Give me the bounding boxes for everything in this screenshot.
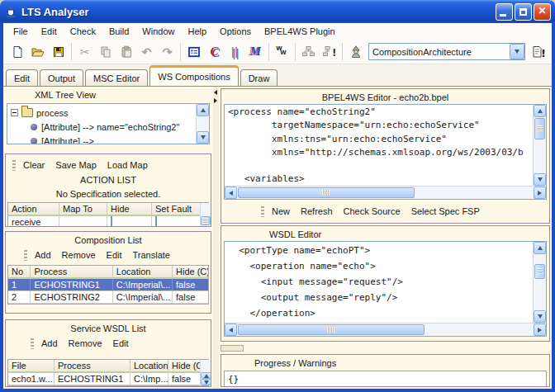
edit-button[interactable]: Edit [107,250,122,260]
scrollbar-thumb[interactable] [238,187,415,198]
scrollbar-thumb[interactable] [534,264,545,279]
column-header-set-fault[interactable]: Set Fault [152,203,200,216]
progress-output-field[interactable]: {} [224,371,547,387]
scroll-down-button[interactable] [534,310,546,323]
toolbar-drag-handle[interactable] [31,338,34,349]
menu-build[interactable]: Build [102,25,135,38]
collapse-icon[interactable] [11,109,18,116]
scrollbar-thumb[interactable] [534,118,545,139]
compose-button[interactable]: || [225,42,245,62]
redo-button[interactable]: ↷ [157,42,178,62]
load-map-button[interactable]: Load Map [107,160,148,170]
new-button[interactable]: New [272,206,290,216]
tree-node-attribute-partial[interactable]: [Attribute] --> ... [11,134,196,144]
undo-button[interactable]: ↶ [136,42,157,62]
remove-button[interactable]: Remove [62,250,96,260]
tab-edit[interactable]: Edit [6,69,38,86]
column-header-action[interactable]: Action [8,203,59,216]
scroll-left-button[interactable] [225,324,237,336]
composition-row-selected[interactable]: 1 ECHOSTRING1 C:\Imperial\... false [8,279,208,291]
scroll-down-button[interactable] [201,379,211,385]
collapse-left-icon[interactable] [214,90,217,95]
toolbar-drag-handle[interactable] [24,250,27,261]
menu-check[interactable]: Check [64,25,102,38]
service-wsdl-scrollbar[interactable] [200,360,211,385]
minimize-lts-button[interactable]: M [245,42,266,62]
scroll-up-button[interactable] [197,104,209,116]
tab-ws-compositions[interactable]: WS Compositions [149,65,238,86]
column-header-location[interactable]: Location [130,360,168,373]
tree-node-process[interactable]: process [11,106,196,120]
scroll-down-button[interactable] [197,131,209,144]
bpel-horizontal-scrollbar[interactable] [225,186,546,199]
minimize-button[interactable] [496,3,513,21]
bpel-vertical-scrollbar[interactable] [533,105,546,186]
scrollbar-thumb[interactable] [201,216,211,225]
menu-file[interactable]: File [7,25,35,38]
scroll-left-button[interactable] [225,187,237,199]
set-fault-cell[interactable] [152,216,200,227]
column-header-location[interactable]: Location [113,266,173,279]
wizard-button[interactable] [345,42,366,62]
edit-button[interactable]: Edit [113,338,129,348]
copy-button[interactable] [95,42,116,62]
wsdl-horizontal-scrollbar[interactable] [225,323,546,336]
menu-options[interactable]: Options [213,25,258,38]
new-file-button[interactable] [7,42,27,62]
bpel-code-area[interactable]: <process name="echoString2" targetNamesp… [225,105,533,186]
menu-bpel4ws-plugin[interactable]: BPEL4WS Plugin [258,25,342,38]
menu-edit[interactable]: Edit [35,25,64,38]
hide-cell[interactable] [107,216,152,227]
tab-msc-editor[interactable]: MSC Editor [85,69,148,86]
vertical-splitter[interactable] [213,87,219,389]
translate-button[interactable]: Translate [133,250,170,260]
column-header-map-to[interactable]: Map To [59,203,107,216]
menu-window[interactable]: Window [135,25,181,38]
clear-button[interactable]: Clear [23,160,45,170]
spec-form-button[interactable] [183,42,204,62]
column-header-hide[interactable]: Hide [107,203,152,216]
tab-output[interactable]: Output [40,69,83,86]
column-header-file[interactable]: File [8,360,55,373]
open-file-button[interactable] [27,42,48,62]
action-table-row[interactable]: receive [8,216,200,227]
paste-button[interactable] [116,42,136,62]
add-button[interactable]: Add [41,338,58,348]
cut-button[interactable]: ✂ [74,42,95,62]
run-structure-button[interactable]: ! [319,42,339,62]
remove-button[interactable]: Remove [69,338,102,348]
scroll-down-button[interactable] [534,173,546,186]
column-header-process[interactable]: Process [31,266,112,279]
scroll-right-button[interactable] [534,187,546,199]
add-button[interactable]: Add [35,250,51,260]
parse-button[interactable]: ! [528,42,548,62]
close-button[interactable]: ✕ [534,3,551,21]
hide-checkbox[interactable] [111,216,112,227]
toolbar-drag-handle[interactable] [261,206,264,217]
column-header-hide-c[interactable]: Hide (C) [173,266,208,279]
draw-structure-button[interactable] [298,42,319,62]
scrollbar-thumb[interactable] [238,324,425,335]
set-fault-checkbox[interactable] [155,216,157,227]
service-wsdl-row[interactable]: echo1.w... ECHOSTRING1 C:\Imp... false [8,373,200,385]
tree-node-attribute-name[interactable]: [Attribute] --> name="echoString2" [11,120,196,134]
scroll-up-button[interactable] [534,105,546,117]
wsdl-code-area[interactable]: <portType name="echoPT"> <operation name… [225,242,533,323]
scroll-right-button[interactable] [534,324,546,336]
tree-vertical-scrollbar[interactable] [196,104,209,144]
save-map-button[interactable]: Save Map [55,160,97,170]
compile-button[interactable]: C [204,42,225,62]
collapse-right-icon[interactable] [214,98,217,103]
action-table-scrollbar[interactable] [200,203,211,227]
column-header-process[interactable]: Process [55,360,130,373]
scroll-up-button[interactable] [201,372,211,379]
composition-row[interactable]: 2 ECHOSTRING2 C:\Imperial\... false [8,291,208,304]
menu-help[interactable]: Help [181,25,213,38]
check-source-button[interactable]: Check Source [344,206,401,216]
column-header-hide-c[interactable]: Hide (C) [168,360,200,373]
tab-draw[interactable]: Draw [240,69,278,86]
save-button[interactable] [48,42,69,62]
alphabet-button[interactable]: ww [272,42,292,62]
map-to-cell[interactable] [59,216,107,227]
combobox-dropdown-button[interactable] [510,44,524,59]
